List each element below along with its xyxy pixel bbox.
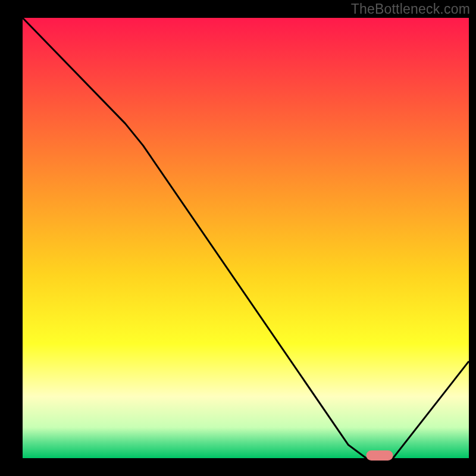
chart-frame: TheBottleneck.com	[0, 0, 476, 476]
plot-background	[23, 18, 469, 458]
bottleneck-chart	[0, 0, 476, 476]
optimal-range-marker	[367, 450, 393, 461]
